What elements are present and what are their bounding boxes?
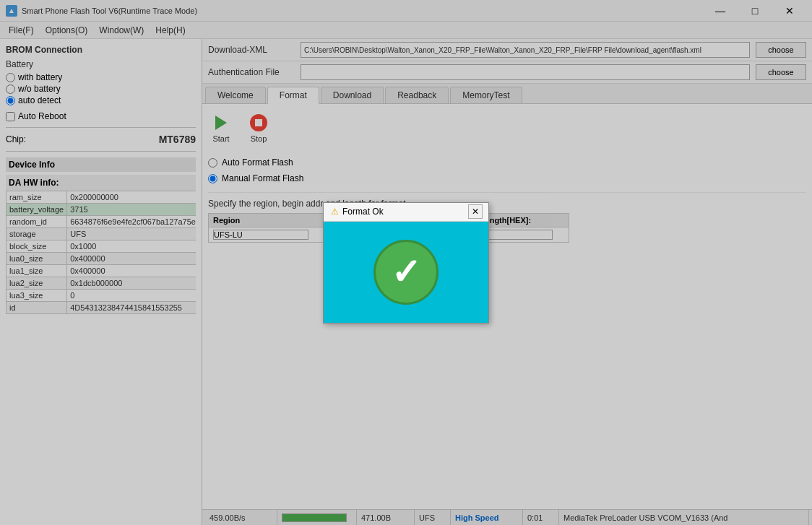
modal-close-button[interactable]: ✕ bbox=[468, 204, 483, 219]
modal-title: Format Ok bbox=[342, 207, 384, 217]
modal-title-left: Format Ok bbox=[329, 207, 384, 217]
checkmark-icon: ✓ bbox=[391, 254, 421, 290]
format-ok-modal: Format Ok ✕ ✓ bbox=[323, 202, 489, 324]
modal-overlay: Format Ok ✕ ✓ bbox=[0, 0, 812, 525]
right-panel: Download-XML C:\Users\ROBIN\Desktop\Walt… bbox=[202, 39, 812, 525]
main-container: BROM Connection Battery with battery w/o… bbox=[0, 39, 812, 525]
check-circle: ✓ bbox=[373, 240, 439, 305]
modal-body: ✓ bbox=[324, 222, 488, 323]
modal-titlebar: Format Ok ✕ bbox=[324, 203, 488, 222]
tab-content: Start Stop Auto Format Flash bbox=[202, 104, 812, 509]
modal-alert-icon bbox=[329, 207, 340, 217]
